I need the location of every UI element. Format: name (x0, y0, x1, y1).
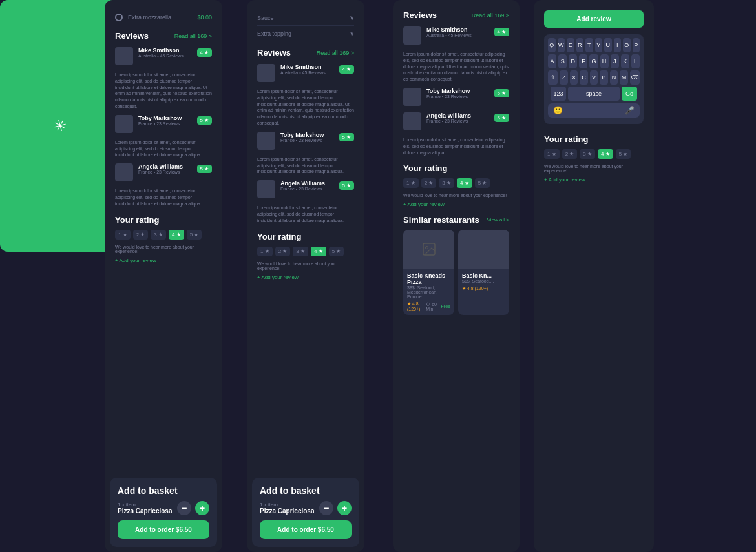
reviewer-sub-2-2: France • 23 Reviews (280, 138, 324, 143)
key-f[interactable]: F (579, 54, 587, 68)
star-3-5[interactable]: 5 ★ (475, 178, 490, 188)
star-2-1[interactable]: 1 ★ (257, 247, 273, 256)
star-1-4[interactable]: 4 ★ (169, 230, 184, 240)
extra-topping-chevron-icon: ∨ (350, 30, 354, 37)
avatar-2-3 (257, 180, 275, 198)
qty-minus-2[interactable]: − (319, 501, 333, 515)
emoji-icon[interactable]: 🙂 (553, 106, 563, 115)
key-c[interactable]: C (580, 70, 588, 85)
star-4-4[interactable]: 4 ★ (598, 149, 613, 159)
add-review-link-3[interactable]: + Add your review (403, 201, 509, 207)
key-e[interactable]: E (567, 38, 574, 52)
panel-4: Add review Q W E R T Y U I O P A S D F G… (534, 0, 654, 552)
reviewer-info-1-1: Mike Smithson Australia • 45 Reviews 4 ★ (138, 47, 212, 58)
extra-topping-option[interactable]: Extra topping ∨ (257, 26, 354, 41)
qty-control-2: − + (319, 501, 352, 515)
star-2-3[interactable]: 3 ★ (293, 247, 308, 256)
key-p[interactable]: P (633, 38, 640, 52)
key-r[interactable]: R (576, 38, 584, 52)
star-4-2[interactable]: 2 ★ (562, 149, 578, 159)
star-1-3[interactable]: 3 ★ (151, 230, 166, 240)
sauce-option[interactable]: Sauce ∨ (257, 10, 354, 26)
restaurants-row: Basic Kneads Pizza $$$, Seafood, Mediter… (403, 230, 509, 315)
reviewer-info-1-3: Angela Williams France • 23 Reviews 5 ★ (138, 163, 212, 174)
radio-circle (115, 14, 123, 21)
restaurant-rating-1: ★ 4.8 (120+) (407, 302, 422, 311)
key-h[interactable]: H (600, 54, 609, 68)
mic-icon[interactable]: 🎤 (625, 106, 635, 115)
key-d[interactable]: D (569, 54, 577, 68)
key-j[interactable]: J (611, 54, 619, 68)
view-all-link[interactable]: View all > (487, 217, 509, 223)
star-3-4[interactable]: 4 ★ (457, 178, 472, 188)
reviewer-sub-1-2: France • 23 Reviews (138, 121, 182, 126)
reviewer-name-1-1: Mike Smithson (138, 47, 184, 54)
order-button-2[interactable]: Add to order $6.50 (260, 520, 352, 539)
reviewer-info-2-1: Mike Smithson Australia • 45 Reviews 4 ★ (280, 64, 354, 75)
key-space[interactable]: space (568, 87, 620, 101)
key-t[interactable]: T (585, 38, 593, 52)
star-2-4[interactable]: 4 ★ (311, 247, 326, 256)
rating-badge-3-2: 5 ★ (494, 89, 509, 97)
key-z[interactable]: Z (560, 70, 568, 85)
key-l[interactable]: L (631, 54, 640, 68)
key-m[interactable]: M (620, 70, 628, 85)
star-4-1[interactable]: 1 ★ (544, 149, 560, 159)
key-u[interactable]: U (604, 38, 612, 52)
key-go[interactable]: Go (622, 87, 637, 101)
avatar-1-1 (115, 47, 133, 65)
key-i[interactable]: I (614, 38, 622, 52)
panel-2: Sauce ∨ Extra topping ∨ Reviews Read all… (247, 0, 364, 552)
add-review-link-2[interactable]: + Add your review (257, 274, 354, 280)
extra-mozzarella-price: + $0.00 (193, 14, 212, 21)
add-review-button[interactable]: Add review (544, 10, 644, 28)
star-2-5[interactable]: 5 ★ (329, 247, 344, 256)
key-backspace[interactable]: ⌫ (630, 70, 640, 85)
read-all-link-1[interactable]: Read all 169 > (174, 33, 212, 39)
qty-minus-1[interactable]: − (177, 501, 191, 515)
star-3-3[interactable]: 3 ★ (439, 178, 454, 188)
key-n[interactable]: N (610, 70, 618, 85)
key-v[interactable]: V (590, 70, 598, 85)
key-numbers[interactable]: 123 (551, 87, 566, 101)
reviewer-sub-1-3: France • 23 Reviews (138, 170, 183, 174)
reviews-header-2: Reviews Read all 169 > (257, 48, 354, 57)
key-q[interactable]: Q (548, 38, 556, 52)
key-x[interactable]: X (570, 70, 578, 85)
your-rating-4: Your rating 1 ★ 2 ★ 3 ★ 4 ★ 5 ★ We would… (544, 134, 644, 183)
key-s[interactable]: S (558, 54, 567, 68)
star-1-5[interactable]: 5 ★ (187, 230, 202, 240)
key-b[interactable]: B (600, 70, 608, 85)
rating-badge-1-2: 5 ★ (197, 116, 212, 125)
extra-mozzarella-option[interactable]: Extra mozzarella + $0.00 (115, 10, 212, 25)
reviewer-sub-3-3: France • 23 Reviews (426, 119, 471, 123)
add-review-link-4[interactable]: + Add your review (544, 177, 644, 183)
review-card-1-3: Angela Williams France • 23 Reviews 5 ★ (115, 163, 212, 181)
add-review-link-1[interactable]: + Add your review (115, 258, 212, 263)
order-button-1[interactable]: Add to order $6.50 (118, 520, 209, 539)
read-all-link-2[interactable]: Read all 169 > (317, 50, 354, 56)
read-all-link-3[interactable]: Read all 169 > (472, 12, 509, 19)
restaurant-info-2: Basic Kn... $$$, Seafood,... ★ 4.8 (120+… (458, 269, 509, 295)
key-a[interactable]: A (548, 54, 556, 68)
qty-plus-1[interactable]: + (195, 501, 209, 515)
star-2-2[interactable]: 2 ★ (275, 247, 291, 256)
star-4-5[interactable]: 5 ★ (616, 149, 631, 159)
basket-item-name-1: Pizza Capricciosa (118, 507, 172, 515)
key-w[interactable]: W (558, 38, 565, 52)
key-y[interactable]: Y (595, 38, 603, 52)
key-shift[interactable]: ⇧ (548, 70, 558, 85)
star-1-2[interactable]: 2 ★ (133, 230, 149, 240)
key-g[interactable]: G (589, 54, 598, 68)
star-4-3[interactable]: 3 ★ (580, 149, 595, 159)
reviewer-info-2-2: Toby Markshow France • 23 Reviews 5 ★ (280, 132, 354, 143)
key-o[interactable]: O (623, 38, 631, 52)
key-row-3: ⇧ Z X C V B N M ⌫ (548, 70, 640, 85)
star-3-1[interactable]: 1 ★ (403, 178, 419, 188)
star-1-1[interactable]: 1 ★ (115, 230, 131, 240)
qty-plus-2[interactable]: + (337, 501, 352, 515)
key-k[interactable]: K (621, 54, 629, 68)
reviewer-name-3-2: Toby Markshow (426, 88, 470, 94)
star-3-2[interactable]: 2 ★ (421, 178, 437, 188)
your-rating-title-2: Your rating (257, 232, 354, 241)
